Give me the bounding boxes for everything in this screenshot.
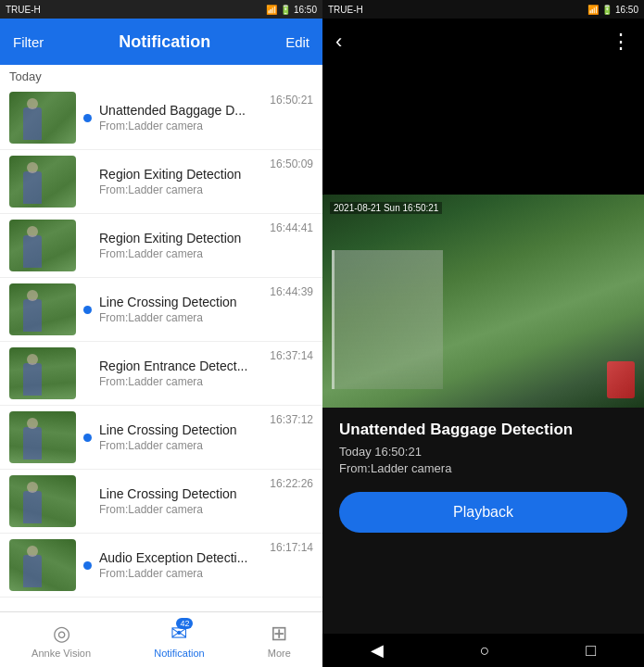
notif-title: Audio Exception Detecti... — [99, 550, 266, 565]
notif-text-block: Unattended Baggage D...From:Ladder camer… — [99, 103, 266, 132]
nav-label-notification: Notification — [154, 648, 204, 659]
notification-item[interactable]: Region Exiting DetectionFrom:Ladder came… — [0, 214, 322, 278]
notif-time: 16:17:14 — [270, 539, 313, 554]
nav-label-more: More — [268, 648, 291, 659]
notif-text-block: Line Crossing DetectionFrom:Ladder camer… — [99, 486, 266, 516]
status-bar-left: TRUE-H 📶 🔋 16:50 — [0, 0, 322, 19]
vision-icon: ◎ — [53, 622, 70, 646]
notif-time: 16:37:14 — [270, 347, 313, 362]
notif-thumbnail — [9, 156, 76, 208]
sys-back-button[interactable]: ◀ — [371, 640, 384, 661]
notif-time: 16:22:26 — [270, 475, 313, 490]
playback-button[interactable]: Playback — [339, 492, 627, 533]
carrier-right: TRUE-H — [328, 5, 363, 15]
nav-item-vision[interactable]: ◎ Annke Vision — [32, 622, 91, 659]
video-area: 2021-08-21 Sun 16:50:21 — [322, 65, 644, 408]
notif-text-block: Audio Exception Detecti...From:Ladder ca… — [99, 550, 266, 580]
notif-thumbnail — [9, 92, 76, 144]
unread-dot — [83, 434, 92, 442]
left-panel: TRUE-H 📶 🔋 16:50 Filter Notification Edi… — [0, 0, 322, 667]
video-feed[interactable]: 2021-08-21 Sun 16:50:21 — [322, 195, 644, 408]
sys-recents-button[interactable]: □ — [586, 641, 596, 661]
notif-title: Region Exiting Detection — [99, 167, 266, 182]
right-panel: TRUE-H 📶 🔋 16:50 ‹ ⋮ 2021-08-21 Sun 16:5… — [322, 0, 644, 667]
status-icons-left: 📶 🔋 16:50 — [266, 5, 317, 15]
notif-title: Line Crossing Detection — [99, 486, 266, 501]
back-button[interactable]: ‹ — [335, 30, 342, 54]
video-bag-object — [607, 361, 635, 398]
notif-source: From:Ladder camera — [99, 311, 266, 324]
notif-title: Unattended Baggage D... — [99, 103, 266, 118]
notif-source: From:Ladder camera — [99, 503, 266, 516]
video-timestamp: 2021-08-21 Sun 16:50:21 — [330, 202, 442, 214]
notif-thumbnail — [9, 475, 76, 527]
notification-item[interactable]: Line Crossing DetectionFrom:Ladder camer… — [0, 406, 322, 470]
notif-source: From:Ladder camera — [99, 439, 266, 452]
unread-dot — [83, 306, 92, 314]
notif-thumbnail — [9, 411, 76, 463]
more-icon: ⊞ — [271, 622, 287, 646]
section-label-today: Today — [0, 65, 322, 86]
notif-title: Region Exiting Detection — [99, 231, 266, 245]
notif-time: 16:50:09 — [270, 156, 313, 170]
notif-text-block: Region Exiting DetectionFrom:Ladder came… — [99, 167, 266, 196]
notif-thumbnail — [9, 283, 76, 335]
nav-item-more[interactable]: ⊞ More — [268, 622, 291, 659]
notif-thumbnail — [9, 347, 76, 399]
detection-source: From:Ladder camera — [339, 461, 627, 475]
top-bar: Filter Notification Edit — [0, 19, 322, 65]
detection-title: Unattended Baggage Detection — [339, 421, 627, 439]
notification-item[interactable]: Line Crossing DetectionFrom:Ladder camer… — [0, 278, 322, 342]
info-panel: Unattended Baggage Detection Today 16:50… — [322, 408, 644, 634]
notif-time: 16:50:21 — [270, 92, 313, 107]
notif-title: Line Crossing Detection — [99, 295, 266, 309]
notif-source: From:Ladder camera — [99, 183, 266, 196]
notification-item[interactable]: Audio Exception Detecti...From:Ladder ca… — [0, 534, 322, 598]
right-top-bar: ‹ ⋮ — [322, 19, 644, 65]
nav-item-notification[interactable]: ✉ 42 Notification — [154, 622, 204, 659]
notif-source: From:Ladder camera — [99, 375, 266, 388]
notification-item[interactable]: Region Exiting DetectionFrom:Ladder came… — [0, 150, 322, 214]
video-black-area — [322, 65, 644, 195]
detection-time: Today 16:50:21 — [339, 445, 627, 459]
carrier-left: TRUE-H — [6, 5, 41, 15]
video-frame — [322, 195, 644, 408]
notif-text-block: Region Exiting DetectionFrom:Ladder came… — [99, 231, 266, 260]
notification-item[interactable]: Line Crossing DetectionFrom:Ladder camer… — [0, 470, 322, 534]
notif-time: 16:37:12 — [270, 411, 313, 426]
notif-thumbnail — [9, 539, 76, 591]
status-right-info: 📶 🔋 16:50 — [587, 5, 638, 15]
notif-text-block: Line Crossing DetectionFrom:Ladder camer… — [99, 422, 266, 452]
notification-icon: ✉ 42 — [170, 622, 187, 646]
notif-time: 16:44:39 — [270, 283, 313, 298]
notif-title: Region Entrance Detect... — [99, 359, 266, 373]
system-nav: ◀ ○ □ — [322, 634, 644, 667]
notification-item[interactable]: Region Entrance Detect...From:Ladder cam… — [0, 342, 322, 406]
video-fence — [332, 250, 443, 389]
page-title: Notification — [119, 32, 210, 52]
notif-time: 16:44:41 — [270, 220, 313, 234]
unread-dot — [83, 114, 92, 122]
notif-source: From:Ladder camera — [99, 120, 266, 132]
notification-list: Unattended Baggage D...From:Ladder camer… — [0, 86, 322, 611]
status-bar-right: TRUE-H 📶 🔋 16:50 — [322, 0, 644, 19]
notif-source: From:Ladder camera — [99, 247, 266, 260]
notif-thumbnail — [9, 220, 76, 271]
notif-source: From:Ladder camera — [99, 567, 266, 580]
unread-dot — [83, 561, 92, 570]
edit-button[interactable]: Edit — [285, 34, 309, 50]
bottom-nav: ◎ Annke Vision ✉ 42 Notification ⊞ More — [0, 611, 322, 667]
more-options-button[interactable]: ⋮ — [611, 30, 631, 54]
notif-title: Line Crossing Detection — [99, 422, 266, 437]
notification-badge: 42 — [176, 618, 193, 629]
notif-text-block: Region Entrance Detect...From:Ladder cam… — [99, 359, 266, 388]
filter-button[interactable]: Filter — [13, 34, 44, 50]
nav-label-vision: Annke Vision — [32, 648, 91, 659]
notification-item[interactable]: Unattended Baggage D...From:Ladder camer… — [0, 86, 322, 150]
sys-home-button[interactable]: ○ — [480, 641, 490, 661]
notif-text-block: Line Crossing DetectionFrom:Ladder camer… — [99, 295, 266, 324]
